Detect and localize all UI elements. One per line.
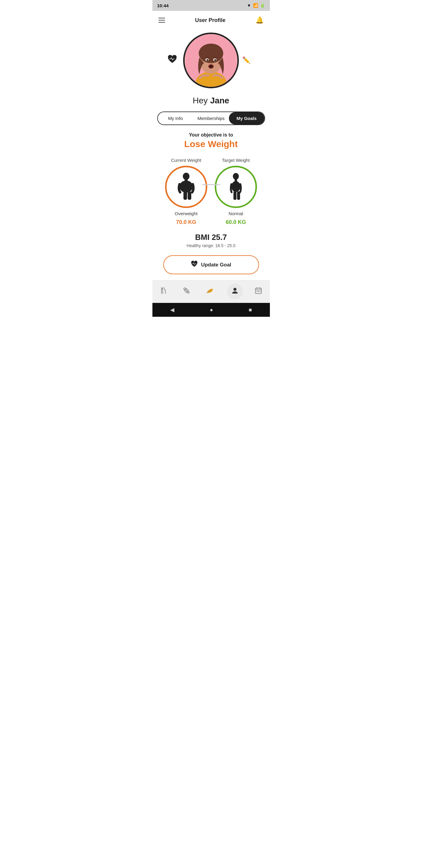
svg-point-10 (209, 65, 213, 67)
calendar-icon (255, 287, 262, 296)
svg-rect-36 (257, 291, 258, 292)
svg-rect-13 (185, 179, 188, 182)
profile-icon (231, 287, 238, 296)
status-time: 10:44 (157, 3, 169, 8)
svg-point-24 (187, 291, 189, 293)
current-weight-card: Current Weight Overwe (161, 158, 211, 225)
target-weight-status: Normal (229, 211, 243, 216)
edit-profile-icon[interactable]: ✏️ (242, 56, 250, 64)
tab-bar: My Info Memberships My Goals (157, 112, 265, 125)
home-button[interactable]: ● (210, 307, 213, 313)
nav-workout[interactable] (179, 286, 194, 297)
greeting: Hey Jane (193, 96, 229, 105)
svg-rect-14 (184, 191, 187, 200)
svg-rect-38 (260, 291, 261, 292)
update-goal-button[interactable]: Update Goal (163, 255, 259, 274)
update-goal-label: Update Goal (201, 262, 231, 268)
svg-point-7 (206, 59, 208, 61)
bottom-nav (153, 280, 270, 303)
back-button[interactable]: ◀ (170, 307, 174, 313)
notification-bell-icon[interactable]: 🔔 (255, 16, 264, 24)
current-weight-status: Overweight (175, 211, 198, 216)
target-weight-value: 60.0 KG (226, 219, 246, 225)
current-weight-label: Current Weight (171, 158, 201, 163)
nav-calendar[interactable] (251, 286, 266, 297)
hamburger-menu[interactable] (158, 18, 165, 23)
tab-memberships[interactable]: Memberships (193, 112, 229, 124)
svg-point-31 (233, 288, 236, 291)
status-icons: ▼ 📶 🔋 (247, 3, 265, 8)
current-weight-circle (165, 166, 207, 208)
target-weight-label: Target Weight (222, 158, 250, 163)
signal-icon: 📶 (253, 3, 258, 8)
svg-rect-19 (233, 191, 236, 200)
update-goal-icon (191, 261, 198, 269)
objective-label: Your objective is to (158, 132, 264, 138)
nav-profile[interactable] (227, 284, 243, 299)
main-content: Your objective is to Lose Weight Current… (153, 125, 270, 274)
recent-button[interactable]: ■ (249, 307, 252, 313)
objective-section: Your objective is to Lose Weight (158, 132, 264, 149)
profile-section: ✏️ Hey Jane (153, 27, 270, 105)
bmi-value: BMI 25.7 (158, 233, 264, 242)
current-weight-value: 70.0 KG (176, 219, 196, 225)
avatar (183, 33, 239, 88)
top-nav: User Profile 🔔 (153, 11, 270, 27)
battery-icon: 🔋 (260, 3, 265, 8)
svg-point-11 (183, 173, 190, 180)
heartrate-icon (167, 55, 177, 66)
nav-food[interactable] (156, 286, 171, 297)
bmi-range: Healthy range: 18.5 - 25.0 (158, 243, 264, 248)
android-nav-bar: ◀ ● ■ (153, 303, 270, 317)
leaf-icon (205, 287, 215, 296)
svg-rect-15 (188, 191, 191, 200)
svg-rect-32 (255, 288, 261, 293)
tab-my-info[interactable]: My Info (158, 112, 193, 124)
target-weight-card: Target Weight Normal (211, 158, 261, 225)
wifi-icon: ▼ (247, 3, 251, 8)
weight-section: Current Weight Overwe (158, 158, 264, 225)
page-title: User Profile (195, 17, 225, 24)
weight-connector (202, 184, 220, 185)
svg-point-16 (233, 173, 239, 180)
bmi-section: BMI 25.7 Healthy range: 18.5 - 25.0 (158, 233, 264, 248)
svg-point-23 (184, 288, 186, 290)
svg-rect-37 (258, 291, 259, 292)
svg-rect-18 (235, 179, 237, 182)
food-icon (160, 287, 167, 296)
avatar-wrapper: ✏️ (181, 30, 241, 90)
svg-point-4 (199, 43, 223, 63)
svg-rect-20 (237, 191, 240, 200)
nav-home[interactable] (202, 286, 219, 297)
svg-point-8 (214, 59, 216, 61)
status-bar: 10:44 ▼ 📶 🔋 (153, 0, 270, 11)
svg-point-17 (231, 181, 240, 192)
target-weight-circle (215, 166, 257, 208)
tab-my-goals[interactable]: My Goals (229, 112, 264, 124)
workout-icon (183, 287, 190, 296)
objective-value: Lose Weight (158, 139, 264, 149)
